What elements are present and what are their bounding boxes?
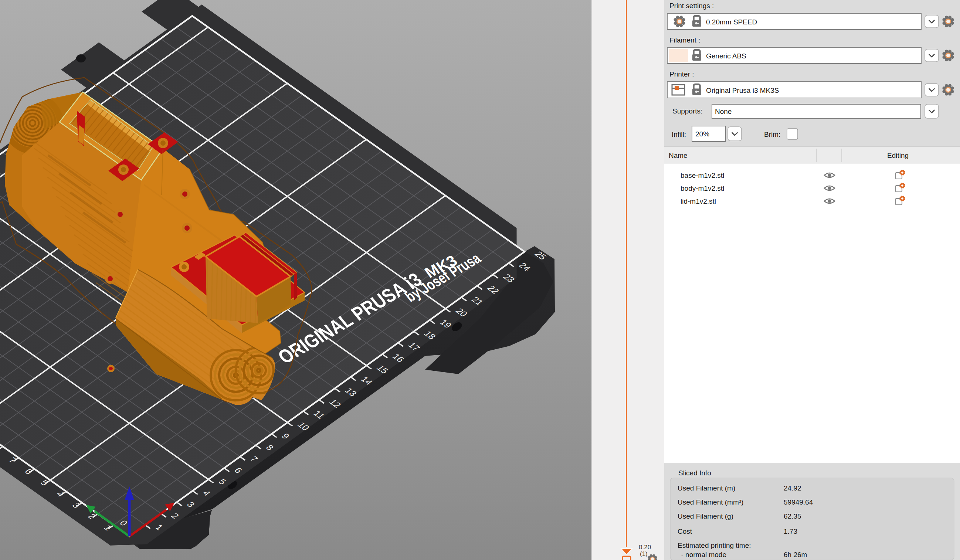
svg-text:Printer :: Printer : bbox=[669, 70, 694, 78]
svg-text:Sliced Info: Sliced Info bbox=[678, 469, 711, 477]
svg-text:Used Filament (mm³): Used Filament (mm³) bbox=[678, 498, 743, 506]
svg-text:Cost: Cost bbox=[678, 528, 692, 535]
svg-text:Supports:: Supports: bbox=[672, 107, 702, 115]
svg-text:Used Filament (g): Used Filament (g) bbox=[678, 512, 733, 520]
svg-text:Brim:: Brim: bbox=[764, 131, 780, 138]
svg-text:lid-m1v2.stl: lid-m1v2.stl bbox=[680, 197, 716, 205]
svg-text:6h 26m: 6h 26m bbox=[784, 551, 807, 558]
svg-text:Print settings :: Print settings : bbox=[669, 2, 714, 10]
svg-text:None: None bbox=[715, 107, 731, 115]
svg-text:Name: Name bbox=[669, 152, 688, 159]
svg-text:Estimated printing time:: Estimated printing time: bbox=[678, 541, 751, 549]
svg-text:Used Filament (m): Used Filament (m) bbox=[678, 484, 735, 492]
svg-text:Filament :: Filament : bbox=[669, 36, 700, 44]
svg-text:20%: 20% bbox=[695, 130, 709, 138]
svg-text:body-m1v2.stl: body-m1v2.stl bbox=[680, 184, 724, 192]
svg-text:Generic ABS: Generic ABS bbox=[706, 52, 746, 60]
svg-text:0.20mm SPEED: 0.20mm SPEED bbox=[706, 18, 757, 26]
svg-text:Editing: Editing bbox=[887, 152, 909, 159]
svg-text:24.92: 24.92 bbox=[784, 484, 802, 492]
svg-text:Original Prusa i3 MK3S: Original Prusa i3 MK3S bbox=[706, 86, 779, 94]
svg-text:59949.64: 59949.64 bbox=[784, 498, 813, 506]
svg-text:(1): (1) bbox=[640, 550, 648, 557]
svg-text:- normal mode: - normal mode bbox=[678, 551, 726, 558]
svg-text:1.73: 1.73 bbox=[784, 528, 797, 535]
svg-text:base-m1v2.stl: base-m1v2.stl bbox=[680, 171, 724, 179]
svg-text:62.35: 62.35 bbox=[784, 512, 802, 520]
svg-text:Infill:: Infill: bbox=[672, 131, 686, 138]
svg-text:0.20: 0.20 bbox=[639, 544, 651, 551]
